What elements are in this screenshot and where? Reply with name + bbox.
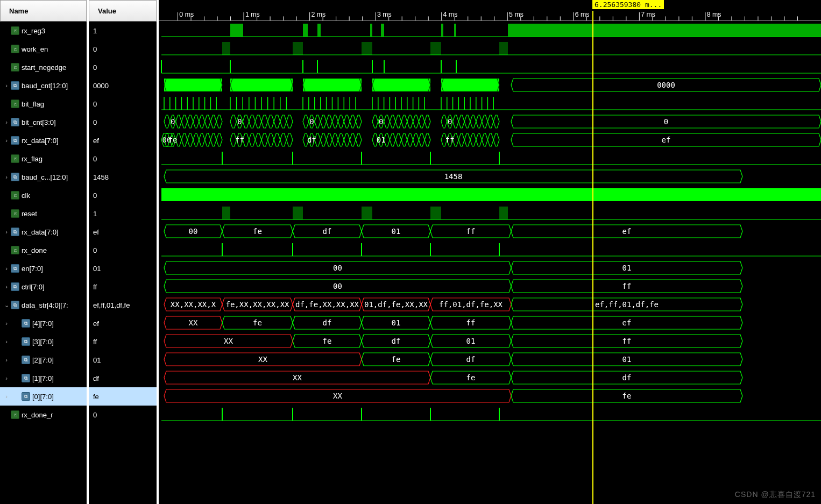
waveform-row[interactable]: [159, 149, 821, 167]
signal-value-cell[interactable]: ff: [89, 278, 157, 296]
signal-name-row[interactable]: reset: [0, 204, 87, 223]
signal-value-cell[interactable]: 0: [89, 150, 157, 168]
signal-name-row[interactable]: ›[2][7:0]: [0, 351, 87, 369]
waveform-row[interactable]: [159, 405, 821, 423]
waveform-row[interactable]: 1458: [159, 167, 821, 186]
signal-value-cell[interactable]: 0: [89, 95, 157, 113]
waveform-row[interactable]: 00ff: [159, 277, 821, 295]
signal-value-label: 0: [93, 246, 97, 254]
signal-value-cell[interactable]: 01: [89, 259, 157, 278]
signal-name-row[interactable]: ›[0][7:0]: [0, 387, 87, 406]
waveform-row[interactable]: [159, 21, 821, 39]
signal-name-row[interactable]: work_en: [0, 40, 87, 58]
signal-value-cell[interactable]: ef: [89, 223, 157, 241]
signal-name-label: [4][7:0]: [32, 320, 54, 328]
signal-name-row[interactable]: ›baud_cnt[12:0]: [0, 76, 87, 95]
waveform-row[interactable]: 0000: [159, 76, 821, 94]
signal-name-label: rx_done: [22, 246, 47, 254]
signal-name-row[interactable]: ›bit_cnt[3:0]: [0, 113, 87, 131]
waveform-area[interactable]: 6.256359380 m... 0 ms1 ms2 ms3 ms4 ms5 m…: [159, 0, 821, 504]
name-header[interactable]: Name: [0, 0, 87, 22]
signal-name-row[interactable]: rx_flag: [0, 150, 87, 168]
signal-name-row[interactable]: start_negedge: [0, 58, 87, 76]
signal-value-cell[interactable]: ef: [89, 131, 157, 150]
bus-icon: [22, 374, 30, 382]
waveform-row[interactable]: XXfedf01: [159, 350, 821, 368]
signal-name-row[interactable]: clk: [0, 186, 87, 204]
signal-value-cell[interactable]: 1: [89, 204, 157, 223]
signal-value-cell[interactable]: 0: [89, 186, 157, 204]
signal-name-row[interactable]: rx_done: [0, 241, 87, 259]
signal-value-cell[interactable]: ef: [89, 314, 157, 332]
cursor-time-label[interactable]: 6.256359380 m...: [592, 0, 664, 9]
signal-value-cell[interactable]: ef,ff,01,df,fe: [89, 296, 157, 314]
signal-value-cell[interactable]: 0: [89, 58, 157, 76]
signal-value-cell[interactable]: 01: [89, 351, 157, 369]
signal-value-cell[interactable]: fe: [89, 387, 157, 406]
waveform-row[interactable]: [159, 58, 821, 76]
signal-name-label: start_negedge: [22, 63, 66, 72]
expander-icon[interactable]: ›: [3, 375, 10, 381]
expander-icon[interactable]: ›: [3, 338, 10, 345]
signal-value-cell[interactable]: 0000: [89, 76, 157, 95]
expander-icon[interactable]: ›: [3, 137, 10, 144]
signal-name-row[interactable]: bit_flag: [0, 95, 87, 113]
svg-text:00: 00: [333, 282, 342, 290]
waveform-row[interactable]: [159, 186, 821, 204]
signal-value-cell[interactable]: df: [89, 369, 157, 387]
expander-icon[interactable]: ›: [3, 357, 10, 363]
signal-name-row[interactable]: rx_done_r: [0, 406, 87, 424]
signal-name-row[interactable]: ›rx_data[7:0]: [0, 131, 87, 150]
waveform-row[interactable]: [159, 240, 821, 259]
waveform-row[interactable]: [159, 204, 821, 222]
expander-icon[interactable]: ›: [3, 393, 10, 400]
expander-icon[interactable]: ›: [3, 174, 10, 180]
bus-icon: [11, 118, 19, 126]
signal-name-row[interactable]: ›[4][7:0]: [0, 314, 87, 332]
expander-icon[interactable]: ›: [3, 320, 10, 326]
signal-name-row[interactable]: rx_reg3: [0, 22, 87, 40]
signal-icon: [11, 45, 19, 53]
bus-icon: [22, 356, 30, 364]
value-header[interactable]: Value: [89, 0, 157, 22]
signal-value-label: ef: [93, 320, 99, 328]
signal-name-row[interactable]: ›[3][7:0]: [0, 332, 87, 351]
expander-icon[interactable]: ›: [3, 229, 10, 235]
waveform-row[interactable]: [159, 94, 821, 112]
waveform-row[interactable]: 00fedf01ffef: [159, 222, 821, 240]
signal-name-row[interactable]: ›[1][7:0]: [0, 369, 87, 387]
svg-text:df: df: [622, 373, 632, 382]
signal-value-label: df: [93, 374, 99, 382]
waveform-row[interactable]: XX,XX,XX,Xfe,XX,XX,XX,XXdf,fe,XX,XX,XX01…: [159, 295, 821, 314]
time-ruler[interactable]: 0 ms1 ms2 ms3 ms4 ms5 ms6 ms7 ms8 ms: [159, 10, 821, 21]
waveform-row[interactable]: 0001: [159, 259, 821, 277]
waveform-row[interactable]: 000000: [159, 112, 821, 131]
signal-value-cell[interactable]: ff: [89, 332, 157, 351]
expander-icon[interactable]: ›: [3, 265, 10, 272]
signal-name-label: ctrl[7:0]: [22, 283, 45, 291]
svg-rect-64: [454, 24, 456, 37]
waveform-row[interactable]: XXfedf: [159, 368, 821, 387]
signal-value-cell[interactable]: 0: [89, 40, 157, 58]
expander-icon[interactable]: ⌄: [3, 302, 10, 309]
signal-name-row[interactable]: ›ctrl[7:0]: [0, 278, 87, 296]
expander-icon[interactable]: ›: [3, 82, 10, 89]
expander-icon[interactable]: ›: [3, 283, 10, 290]
cursor-line[interactable]: [592, 11, 593, 504]
waveform-row[interactable]: XXfedf01ffef: [159, 314, 821, 332]
waveform-row[interactable]: XXfedf01ff: [159, 332, 821, 350]
waveform-row[interactable]: XXfe: [159, 387, 821, 405]
signal-value-cell[interactable]: 1458: [89, 168, 157, 186]
signal-value-cell[interactable]: 0: [89, 406, 157, 424]
expander-icon[interactable]: ›: [3, 119, 10, 125]
signal-name-row[interactable]: ›rx_data[7:0]: [0, 223, 87, 241]
waveform-row[interactable]: [159, 39, 821, 58]
signal-value-cell[interactable]: 1: [89, 22, 157, 40]
waveform-row[interactable]: 00feffdf01ffef: [159, 131, 821, 149]
signal-name-row[interactable]: ›baud_c...[12:0]: [0, 168, 87, 186]
signal-value-cell[interactable]: 0: [89, 113, 157, 131]
signal-name-row[interactable]: ›en[7:0]: [0, 259, 87, 278]
signal-value-cell[interactable]: 0: [89, 241, 157, 259]
svg-rect-72: [499, 42, 508, 55]
signal-name-row[interactable]: ⌄data_str[4:0][7:: [0, 296, 87, 314]
